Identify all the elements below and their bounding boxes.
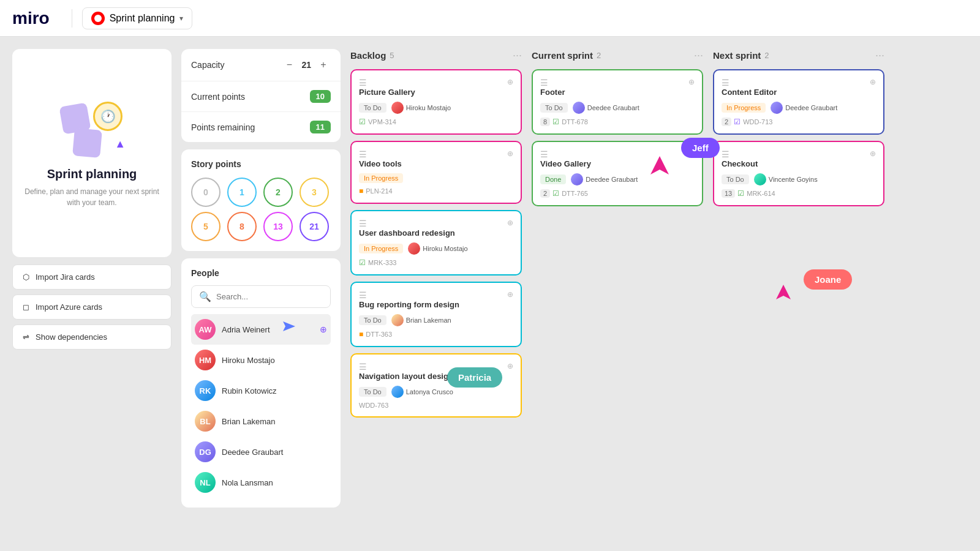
capacity-card: Capacity − 21 + Current points 10 Points… (181, 49, 341, 142)
assignee-picture-gallery: Hiroku Mostajo (391, 102, 451, 114)
next-sprint-menu-button[interactable]: ··· (875, 49, 884, 62)
card-menu-icon[interactable]: ⊕ (870, 149, 876, 158)
card-list-icon: ☰ (359, 219, 367, 228)
ticket-id-picture-gallery: VPM-314 (368, 118, 396, 126)
assignee-user-dashboard: Hiroku Mostajo (408, 242, 467, 255)
assignee-name-bug-reporting: Brian Lakeman (406, 317, 451, 324)
point-5[interactable]: 5 (191, 212, 221, 241)
person-nola[interactable]: NL Nola Lansman (191, 467, 331, 498)
ticket-id-bug-reporting: DTT-363 (366, 331, 392, 338)
card-list-icon: ☰ (359, 78, 367, 88)
avatar-deedee-small (573, 102, 585, 114)
card-list-icon: ☰ (540, 149, 548, 159)
ticket-id-footer: DTT-678 (562, 118, 588, 126)
assignee-name-content-editor: Deedee Graubart (785, 104, 837, 111)
avatar-hiroku: HM (195, 350, 216, 370)
assignee-video-gallery: Deedee Graubart (571, 173, 638, 186)
capacity-increase-button[interactable]: + (316, 58, 331, 72)
card-meta-content-editor: In Progress Deedee Graubart (722, 102, 876, 114)
person-name-hiroku: Hiroku Mostajo (222, 356, 275, 365)
import-jira-button[interactable]: ⬡ Import Jira cards (12, 264, 172, 290)
point-0[interactable]: 0 (191, 178, 221, 207)
ticket-content-editor: 2 ☑ WDD-713 (722, 118, 876, 126)
next-sprint-title: Next sprint (713, 50, 761, 61)
person-rubin[interactable]: RK Rubin Kotowicz (191, 375, 331, 406)
card-checkout: ☰ ⊕ Checkout To Do Vincente Goyins 13 ☑ … (713, 141, 884, 206)
capacity-value: 21 (301, 60, 311, 70)
point-13[interactable]: 13 (263, 212, 293, 241)
current-sprint-title: Current sprint (532, 50, 593, 61)
assignee-content-editor: Deedee Graubart (771, 102, 837, 114)
ticket-id-checkout: MRK-614 (747, 190, 775, 197)
card-nav-layout: ☰ ⊕ Navigation layout design To Do Laton… (350, 353, 522, 418)
card-menu-icon[interactable]: ⊕ (870, 78, 876, 86)
ticket-num-checkout: 13 (722, 189, 735, 198)
card-menu-icon[interactable]: ⊕ (507, 219, 513, 227)
board-title: Sprint planning (110, 13, 175, 24)
avatar-adria: AW (195, 319, 216, 340)
ticket-id-user-dashboard: MRK-333 (368, 259, 396, 266)
import-azure-button[interactable]: ◻ Import Azure cards (12, 294, 172, 320)
chevron-down-icon: ▾ (179, 14, 183, 23)
board-area: Jeff Patricia Joane Backlog 5 ··· ☰ (350, 49, 968, 539)
card-menu-icon[interactable]: ⊕ (507, 362, 513, 370)
intro-description: Define, plan and manage your next sprint… (24, 186, 159, 208)
card-meta-video-gallery: Done Deedee Graubart (540, 173, 695, 186)
capacity-row: Capacity − 21 + (181, 49, 341, 81)
backlog-header: Backlog 5 ··· (350, 49, 522, 62)
assignee-name-checkout: Vincente Goyins (769, 176, 818, 183)
ticket-user-dashboard: ☑ MRK-333 (359, 258, 513, 267)
next-sprint-header: Next sprint 2 ··· (713, 49, 884, 62)
card-menu-icon[interactable]: ⊕ (507, 149, 513, 158)
point-1[interactable]: 1 (227, 178, 257, 207)
current-sprint-header: Current sprint 2 ··· (532, 49, 703, 62)
avatar-nola: NL (195, 472, 216, 493)
card-meta-user-dashboard: In Progress Hiroku Mostajo (359, 242, 513, 255)
story-points-card: Story points 0 1 2 3 5 8 13 21 (181, 149, 341, 251)
card-meta-footer: To Do Deedee Graubart (540, 102, 695, 114)
status-badge-content-editor: In Progress (722, 103, 766, 113)
avatar-brian-small (391, 314, 404, 326)
card-menu-icon[interactable]: ⊕ (507, 290, 513, 299)
main-area: 🕐 ▲ Sprint planning Define, plan and man… (0, 37, 980, 551)
current-points-value: 10 (310, 90, 331, 103)
card-list-icon: ☰ (359, 290, 367, 300)
card-title-bug-reporting: Bug reporting form design (359, 300, 513, 309)
card-meta-checkout: To Do Vincente Goyins (722, 173, 876, 186)
backlog-menu-button[interactable]: ··· (513, 49, 522, 62)
current-sprint-menu-button[interactable]: ··· (694, 49, 703, 62)
card-menu-icon[interactable]: ⊕ (688, 149, 695, 158)
point-3[interactable]: 3 (300, 178, 329, 207)
intro-title: Sprint planning (47, 167, 137, 181)
people-search-box[interactable]: 🔍 (191, 285, 331, 308)
people-search-input[interactable] (216, 292, 323, 301)
person-hiroku[interactable]: HM Hiroku Mostajo (191, 345, 331, 375)
capacity-decrease-button[interactable]: − (282, 58, 296, 72)
person-brian[interactable]: BL Brian Lakeman (191, 406, 331, 437)
status-badge-video-gallery: Done (540, 174, 566, 184)
card-menu-icon[interactable]: ⊕ (507, 78, 513, 86)
status-badge-video-tools: In Progress (359, 173, 403, 183)
ticket-video-tools: ■ PLN-214 (359, 187, 513, 195)
person-name-nola: Nola Lansman (222, 478, 273, 487)
point-8[interactable]: 8 (227, 212, 257, 241)
people-card: People 🔍 AW Adria Weinert ⊕ HM Hiroku (181, 258, 341, 508)
person-name-adria: Adria Weinert (222, 325, 270, 334)
board-name-button[interactable]: Sprint planning ▾ (82, 7, 193, 29)
backlog-count: 5 (390, 51, 394, 60)
card-menu-icon[interactable]: ⊕ (688, 78, 695, 86)
intro-card: 🕐 ▲ Sprint planning Define, plan and man… (12, 49, 172, 257)
person-deedee[interactable]: DG Deedee Graubart (191, 437, 331, 467)
card-title-footer: Footer (540, 88, 695, 97)
point-2[interactable]: 2 (263, 178, 293, 207)
person-adria[interactable]: AW Adria Weinert ⊕ (191, 314, 331, 345)
card-title-content-editor: Content Editor (722, 88, 876, 97)
capacity-label: Capacity (191, 60, 224, 70)
people-title: People (191, 268, 331, 278)
ticket-picture-gallery: ☑ VPM-314 (359, 118, 513, 126)
show-dependencies-button[interactable]: ⇌ Show dependencies (12, 324, 172, 350)
story-points-title: Story points (191, 159, 331, 169)
point-21[interactable]: 21 (300, 212, 329, 241)
avatar-brian: BL (195, 411, 216, 432)
capacity-panel: Capacity − 21 + Current points 10 Points… (181, 49, 341, 539)
